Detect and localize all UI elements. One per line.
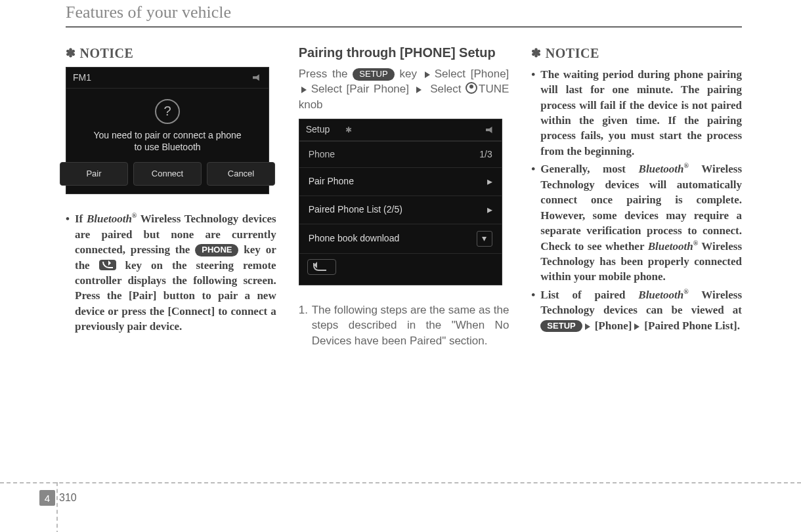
col2-instruction: Press the SETUP key Select [Phone]Select… xyxy=(299,66,509,112)
notice-star-icon: ✽ xyxy=(531,47,542,60)
registered-mark: ® xyxy=(683,288,688,295)
col3-bullet2: • Generally, most Bluetooth® Wireless Te… xyxy=(531,161,742,285)
back-button[interactable] xyxy=(307,259,336,275)
step-number: 1. xyxy=(299,302,312,317)
col2-heading: Pairing through [PHONE] Setup xyxy=(299,45,509,61)
col3-bullet1: • The waiting period during phone pairin… xyxy=(531,67,742,159)
screenshot-pair-prompt: FM1 ? You need to pair or connect a phon… xyxy=(66,67,269,195)
t: [Paired Phone List]. xyxy=(644,319,740,332)
shot2-phone-row[interactable]: Phone 1/3 xyxy=(299,141,502,167)
step-text: The following steps are the same as the … xyxy=(312,302,509,348)
bluetooth-word: Bluetooth xyxy=(639,163,684,175)
phone-key-label: PHONE xyxy=(195,244,238,256)
registered-mark: ® xyxy=(684,163,689,170)
column-right: ✽NOTICE • The waiting period during phon… xyxy=(531,45,742,348)
shot1-source-label: FM1 xyxy=(73,72,91,84)
bluetooth-word: Bluetooth xyxy=(648,240,693,253)
shot2-download-row[interactable]: Phone book download ▾ xyxy=(299,224,502,253)
screenshot-setup-menu: Setup ✱ Phone 1/3 Pair Phone ▸ Paired Ph… xyxy=(299,119,502,285)
t: Select xyxy=(426,83,465,95)
t: Select [Phone] xyxy=(435,68,509,80)
page-num: 310 xyxy=(59,492,77,504)
text: List of paired Bluetooth® Wireless Techn… xyxy=(540,287,742,333)
t: Wireless Technology devices will automat… xyxy=(540,163,742,252)
arrow-icon xyxy=(634,323,643,330)
shot1-line2: to use Bluetooth xyxy=(73,141,262,153)
column-center: Pairing through [PHONE] Setup Press the … xyxy=(299,45,509,348)
arrow-icon xyxy=(425,72,433,78)
col2-step1: 1. The following steps are the same as t… xyxy=(299,302,509,348)
shot1-button-row: Pair Connect Cancel xyxy=(73,162,262,186)
t: [Phone] xyxy=(595,319,632,332)
t: List of paired xyxy=(540,289,638,301)
notice-heading: ✽NOTICE xyxy=(66,45,276,63)
chevron-right-icon: ▸ xyxy=(487,203,492,217)
chevron-right-icon: ▸ xyxy=(487,174,492,189)
question-icon: ? xyxy=(155,99,180,124)
t: If xyxy=(75,213,87,225)
chapter-number: 4 xyxy=(39,490,55,506)
t: Generally, most xyxy=(540,163,638,175)
manual-page: Features of your vehicle ✽NOTICE FM1 ? Y… xyxy=(0,0,801,532)
mute-icon xyxy=(486,127,495,133)
col1-bullet: • If Bluetooth® Wireless Technology devi… xyxy=(66,211,276,335)
label: Pair Phone xyxy=(309,175,354,188)
bluetooth-word: Bluetooth xyxy=(638,289,683,301)
label: Phone xyxy=(309,148,335,161)
col1-bullet-text: If Bluetooth® Wireless Technology device… xyxy=(75,211,276,335)
setup-key-label: SETUP xyxy=(353,68,394,81)
t: Press the xyxy=(299,68,353,80)
setup-key-label: SETUP xyxy=(540,320,582,333)
tune-knob-icon xyxy=(465,82,477,94)
scroll-down-button[interactable]: ▾ xyxy=(477,231,492,247)
shot1-cancel-button[interactable]: Cancel xyxy=(207,162,275,186)
bullet-icon: • xyxy=(531,287,540,302)
arrow-icon xyxy=(416,87,425,93)
shot1-statusbar: FM1 xyxy=(66,68,269,89)
bullet-icon: • xyxy=(531,161,540,176)
arrow-icon xyxy=(585,323,594,330)
running-head: Features of your vehicle xyxy=(66,0,742,26)
arrow-icon xyxy=(301,87,310,93)
bullet-icon: • xyxy=(66,211,75,226)
shot1-line1: You need to pair or connect a phone xyxy=(73,129,262,141)
bluetooth-word: Bluetooth xyxy=(87,213,132,225)
header-rule xyxy=(66,26,742,28)
column-left: ✽NOTICE FM1 ? You need to pair or connec… xyxy=(66,45,276,348)
t: Select [Pair Phone] xyxy=(311,83,414,95)
notice-heading: ✽NOTICE xyxy=(531,45,742,63)
bullet-icon: • xyxy=(531,67,540,82)
shot2-pair-row[interactable]: Pair Phone ▸ xyxy=(299,167,502,195)
text: The waiting period during phone pairing … xyxy=(540,67,742,159)
shot2-title: Setup xyxy=(306,123,330,136)
content-columns: ✽NOTICE FM1 ? You need to pair or connec… xyxy=(66,45,742,348)
notice-star-icon: ✽ xyxy=(66,47,76,60)
label: Paired Phone List (2/5) xyxy=(309,203,402,216)
notice-label: NOTICE xyxy=(80,46,134,60)
registered-mark: ® xyxy=(693,239,698,247)
page-footer: 4 310 xyxy=(0,482,801,512)
t: key xyxy=(395,68,422,80)
page-number: 4 310 xyxy=(39,490,77,506)
page-indicator: 1/3 xyxy=(479,148,492,161)
call-key-icon xyxy=(99,260,116,270)
mute-icon xyxy=(253,74,262,81)
text: Generally, most Bluetooth® Wireless Tech… xyxy=(540,161,742,285)
shot1-pair-button[interactable]: Pair xyxy=(60,162,128,186)
shot2-back-row xyxy=(299,253,502,284)
shot2-titlebar: Setup ✱ xyxy=(299,119,502,140)
label: Phone book download xyxy=(309,232,400,245)
shot1-connect-button[interactable]: Connect xyxy=(133,162,202,186)
shot2-list-row[interactable]: Paired Phone List (2/5) ▸ xyxy=(299,195,502,224)
notice-label: NOTICE xyxy=(546,46,599,60)
bluetooth-icon: ✱ xyxy=(345,125,352,136)
col3-bullet3: • List of paired Bluetooth® Wireless Tec… xyxy=(531,287,742,333)
